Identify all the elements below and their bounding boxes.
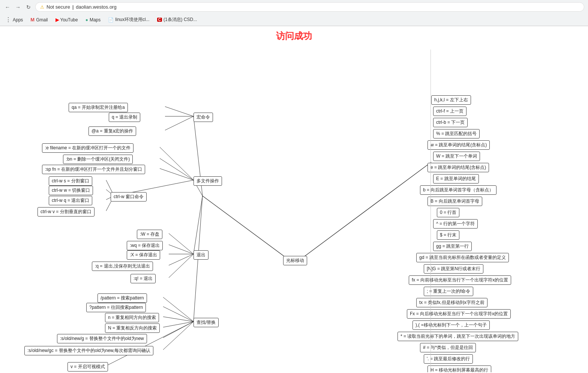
bookmark-maps[interactable]: ● Maps xyxy=(84,17,102,23)
svg-line-15 xyxy=(169,245,194,254)
maps-icon: ● xyxy=(86,17,88,23)
node-H: H = 移动光标到屏幕最高的行 xyxy=(428,365,491,372)
url-separator: | xyxy=(72,4,74,10)
node-dollar: $ = 行末 xyxy=(437,230,459,240)
linux-icon: 📄 xyxy=(108,17,114,23)
node-b-word: b = 向后跳至单词首字母（含标点） xyxy=(420,185,496,195)
csdn-icon: C xyxy=(157,18,162,22)
node-quit: 退出 xyxy=(194,250,208,260)
svg-line-2 xyxy=(165,116,194,130)
node-gg: gg = 跳至第一行 xyxy=(433,242,472,251)
svg-line-23 xyxy=(163,322,194,327)
node-pattern-fwd: /pattern = 搜索pattern xyxy=(98,293,147,303)
bookmark-youtube-label: YouTube xyxy=(60,17,78,23)
svg-line-18 xyxy=(169,254,194,278)
node-fx: fx = 向前移动光标至当行下一个出现字符x的位置 xyxy=(409,275,511,285)
node-q-force: :q! = 退出 xyxy=(130,274,156,283)
node-ctrl-w-v: ctrl-w v = 分割垂直的窗口 xyxy=(38,207,94,217)
svg-line-0 xyxy=(165,107,194,116)
node-q-nosave: :q = 退出,没保存则无法退出 xyxy=(92,262,153,271)
node-dot-quote: '. = 跳至最后修改的行 xyxy=(424,354,473,364)
page-content: 访问成功 xyxy=(0,26,588,373)
node-hash: # = 与*类似，但是是往回 xyxy=(420,343,476,352)
url-text: daolian.westos.org xyxy=(76,4,116,10)
node-percent: % = 跳至匹配的括号 xyxy=(433,129,480,138)
node-ctrl-w-w: ctrl-w w = 切换窗口 xyxy=(49,186,93,195)
node-macro-cmd: 宏命令 xyxy=(194,113,213,122)
bookmark-gmail[interactable]: M Gmail xyxy=(29,16,49,23)
forward-button[interactable]: → xyxy=(14,3,22,11)
node-ctrl-f: ctrl-f = 上一页 xyxy=(433,107,466,116)
browser-chrome: ← → ↻ ⚠ Not secure | daolian.westos.org … xyxy=(0,0,588,26)
node-B-word: B = 向后跳至单词首字母 xyxy=(428,197,482,206)
node-N-repeat: N = 重复相反方向的搜索 xyxy=(105,323,160,333)
node-multi-file: 多文件操作 xyxy=(194,176,222,186)
youtube-icon: ▶ xyxy=(56,17,59,23)
node-pattern-bwd: ?pattern = 往回搜索pattern xyxy=(86,303,146,312)
node-e-word: e = 跳至单词的结尾(含标点) xyxy=(428,163,489,172)
node-s-replace-confirm: :s/old/new/gc = 替换整个文件中的old为new,每次都需询问确认 xyxy=(24,346,153,355)
node-star: * = 读取当前光标下的单词，跳至下一次出现该单词的地方 xyxy=(398,332,518,341)
svg-line-17 xyxy=(169,254,194,265)
page-title: 访问成功 xyxy=(0,30,588,42)
bookmark-youtube[interactable]: ▶ YouTube xyxy=(54,17,80,23)
node-wq: :wq = 保存退出 xyxy=(127,241,163,250)
bookmark-linux-label: linux环境使用cl... xyxy=(115,17,149,23)
security-icon: ⚠ xyxy=(40,5,44,10)
bookmark-gmail-label: Gmail xyxy=(36,17,48,23)
node-sp-fn: :sp fn = 在新的缓冲区打开一个文件并且划分窗口 xyxy=(42,165,145,174)
node-NG: [N]G = 跳至第N行或者末行 xyxy=(424,264,483,274)
mindmap-container: 宏命令 qa = 开始录制宏并注册给a q = 退出录制 @a = 重复a宏的操… xyxy=(0,50,585,372)
node-0-line: 0 = 行首 xyxy=(437,208,459,217)
svg-line-27 xyxy=(202,196,289,260)
node-bn: :bn = 删除一个缓冲区(关闭文件) xyxy=(63,155,133,164)
node-e-filename: :e filename = 在新的缓冲区打开一个的文件 xyxy=(42,143,134,153)
bookmark-linux[interactable]: 📄 linux环境使用cl... xyxy=(106,16,151,24)
right-separator xyxy=(430,50,431,372)
svg-line-14 xyxy=(169,233,194,254)
svg-line-20 xyxy=(163,297,194,322)
node-at-a: @a = 重复a宏的操作 xyxy=(88,126,136,136)
node-tx: tx = 类似fx,但是移动到x字符之前 xyxy=(416,298,488,307)
svg-line-5 xyxy=(160,158,194,180)
node-ctrl-w-s: ctrl-w s = 分割窗口 xyxy=(49,176,92,186)
apps-icon: ⋮ xyxy=(5,16,11,23)
address-bar[interactable]: ⚠ Not secure | daolian.westos.org xyxy=(35,2,584,12)
svg-line-28 xyxy=(300,162,431,260)
back-button[interactable]: ← xyxy=(4,3,11,11)
gmail-icon: M xyxy=(30,17,34,23)
svg-line-24 xyxy=(163,322,194,338)
node-paren: ),( =移动光标到下一个，上一个句子 xyxy=(412,320,490,330)
node-hjkl: h,j,k,l = 左下上右 xyxy=(431,95,471,105)
svg-line-21 xyxy=(163,307,194,322)
svg-line-22 xyxy=(163,317,194,322)
node-semicolon: ; = 重复上一次的f命令 xyxy=(424,287,473,296)
node-W-word: W = 跳至下一个单词 xyxy=(433,152,480,161)
node-n-repeat: n = 重复相同方向的搜索 xyxy=(105,313,159,322)
security-label: Not secure xyxy=(46,4,70,10)
node-ctrl-b: ctrl-b = 下一页 xyxy=(433,118,468,127)
node-ctrl-w-cmd: ctrl-w 窗口命令 xyxy=(111,192,147,202)
svg-line-25 xyxy=(163,322,194,350)
bookmark-maps-label: Maps xyxy=(90,17,100,23)
node-w-word: w = 跳至单词的结尾(含标点) xyxy=(428,140,490,150)
reload-button[interactable]: ↻ xyxy=(25,3,32,11)
node-ctrl-w-q: ctrl-w q = 退出窗口 xyxy=(49,196,92,205)
bookmark-csdn[interactable]: C (1条消息) CSD... xyxy=(156,16,199,24)
node-v-visual: v = 开启可视模式 xyxy=(68,362,108,371)
node-cursor-move: 光标移动 xyxy=(283,256,307,265)
node-Fx: Fx = 向后移动光标至当行下一个出现字符x的位置 xyxy=(407,309,511,319)
node-q: q = 退出录制 xyxy=(109,113,140,122)
bookmarks-bar: ⋮ Apps M Gmail ▶ YouTube ● Maps 📄 linux环… xyxy=(0,14,588,26)
bookmark-apps[interactable]: ⋮ Apps xyxy=(4,15,24,24)
bookmark-apps-label: Apps xyxy=(13,17,23,23)
node-caret: ^ = 行的第一个字符 xyxy=(433,219,478,229)
bookmark-csdn-label: (1条消息) CSD... xyxy=(164,17,197,23)
node-s-replace: :s/old/new/g = 替换整个文件中的old为new xyxy=(57,334,147,343)
node-qa: qa = 开始录制宏并注册给a xyxy=(69,103,128,112)
nav-bar: ← → ↻ ⚠ Not secure | daolian.westos.org xyxy=(0,0,588,14)
node-search-replace: 查找/替换 xyxy=(194,318,219,327)
svg-line-13 xyxy=(194,196,202,254)
svg-line-4 xyxy=(160,147,194,180)
node-X: :X = 保存退出 xyxy=(127,250,160,260)
